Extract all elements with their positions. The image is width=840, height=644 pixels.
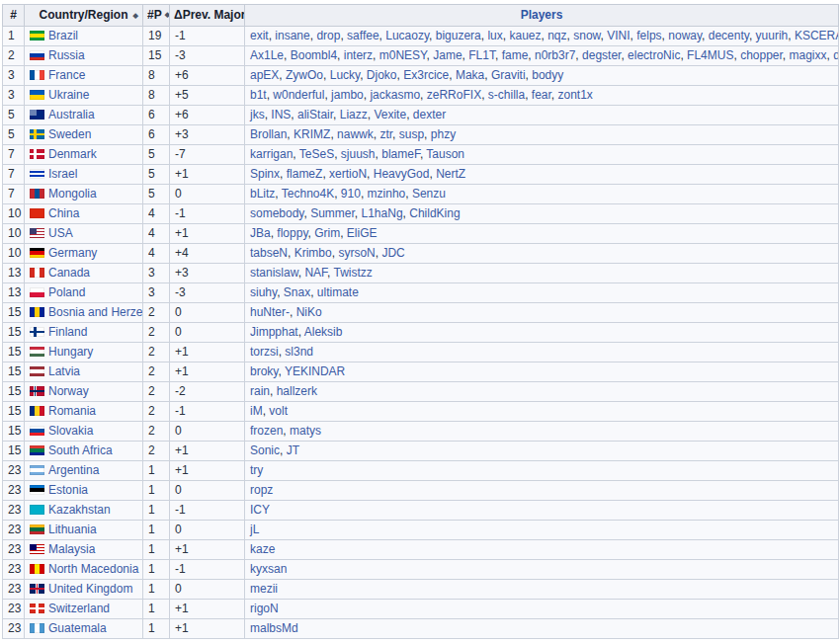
col-header-player-count[interactable]: #P◆ — [143, 5, 170, 27]
country-link[interactable]: Australia — [48, 108, 95, 121]
player-link[interactable]: Ax1Le — [250, 48, 284, 62]
country-link[interactable]: Malaysia — [48, 542, 95, 556]
player-link[interactable]: kyxsan — [250, 562, 287, 576]
player-link[interactable]: KRIMZ — [294, 127, 330, 141]
player-link[interactable]: JDC — [381, 246, 404, 260]
player-link[interactable]: nqz — [547, 29, 566, 42]
country-link[interactable]: Russia — [48, 48, 85, 62]
player-link[interactable]: INS — [271, 108, 291, 121]
player-link[interactable]: Aleksib — [304, 325, 343, 339]
player-link[interactable]: nawwk — [337, 127, 374, 141]
player-link[interactable]: Vexite — [374, 108, 406, 121]
player-link[interactable]: aliStair — [297, 108, 333, 121]
player-link[interactable]: Brollan — [250, 127, 287, 141]
player-link[interactable]: w0nderful — [273, 88, 324, 102]
country-link[interactable]: Latvia — [48, 364, 80, 378]
player-link[interactable]: try — [250, 463, 263, 477]
country-link[interactable]: Ukraine — [48, 88, 89, 102]
country-link[interactable]: Canada — [48, 266, 90, 280]
player-link[interactable]: s-chilla — [488, 88, 525, 102]
col-header-country[interactable]: Country/Region◆ — [25, 5, 143, 27]
player-link[interactable]: sl3nd — [285, 345, 313, 359]
player-link[interactable]: zont1x — [558, 88, 593, 102]
player-link[interactable]: ZywOo — [286, 68, 323, 82]
player-link[interactable]: NiKo — [296, 305, 322, 319]
country-link[interactable]: Lithuania — [48, 523, 97, 536]
player-link[interactable]: xertioN — [329, 167, 367, 181]
player-link[interactable]: magixx — [790, 48, 827, 62]
country-link[interactable]: South Africa — [48, 443, 113, 457]
player-link[interactable]: drop — [316, 29, 340, 42]
player-link[interactable]: mzinho — [368, 187, 406, 201]
player-link[interactable]: susp — [399, 127, 424, 141]
player-link[interactable]: rigoN — [250, 602, 279, 615]
player-link[interactable]: jackasmo — [370, 88, 420, 102]
player-link[interactable]: torzsi — [250, 345, 279, 359]
player-link[interactable]: matys — [290, 424, 321, 438]
player-link[interactable]: exit — [250, 29, 269, 42]
player-link[interactable]: Krimbo — [294, 246, 332, 260]
player-link[interactable]: interz — [344, 48, 373, 62]
country-link[interactable]: USA — [48, 226, 73, 240]
player-link[interactable]: decenty — [709, 29, 749, 42]
player-link[interactable]: ultimate — [317, 285, 359, 299]
country-link[interactable]: France — [48, 68, 85, 82]
player-link[interactable]: iM — [250, 404, 263, 418]
country-link[interactable]: Sweden — [48, 127, 91, 141]
player-link[interactable]: broky — [250, 364, 278, 378]
player-link[interactable]: ChildKing — [409, 206, 460, 220]
player-link[interactable]: ICY — [250, 503, 270, 517]
player-link[interactable]: chopper — [740, 48, 783, 62]
player-link[interactable]: sjuush — [341, 147, 376, 161]
player-link[interactable]: kauez — [509, 29, 541, 42]
player-link[interactable]: snow — [573, 29, 600, 42]
player-link[interactable]: malbsMd — [250, 621, 298, 635]
player-link[interactable]: donk — [833, 48, 838, 62]
player-link[interactable]: Twistzz — [334, 266, 373, 280]
player-link[interactable]: apEX — [250, 68, 279, 82]
player-link[interactable]: 910 — [341, 187, 361, 201]
player-link[interactable]: somebody — [250, 206, 303, 220]
player-link[interactable]: jambo — [331, 88, 364, 102]
player-link[interactable]: ropz — [250, 483, 273, 497]
player-link[interactable]: yuurih — [756, 29, 789, 42]
country-link[interactable]: Poland — [48, 285, 85, 299]
country-link[interactable]: Brazil — [48, 29, 78, 42]
country-link[interactable]: Estonia — [48, 483, 88, 497]
player-link[interactable]: FL4MUS — [687, 48, 733, 62]
player-link[interactable]: floppy — [277, 226, 307, 240]
player-link[interactable]: lux — [487, 29, 502, 42]
country-link[interactable]: Hungary — [48, 345, 93, 359]
player-link[interactable]: noway — [668, 29, 702, 42]
player-link[interactable]: Lucaozy — [385, 29, 429, 42]
player-link[interactable]: insane — [275, 29, 309, 42]
player-link[interactable]: Boombl4 — [291, 48, 337, 62]
player-link[interactable]: blameF — [381, 147, 420, 161]
player-link[interactable]: jks — [250, 108, 265, 121]
country-link[interactable]: Bosnia and Herzegovina — [48, 305, 143, 319]
country-link[interactable]: North Macedonia — [48, 562, 138, 576]
player-link[interactable]: frozen — [250, 424, 283, 438]
player-link[interactable]: b1t — [250, 88, 267, 102]
player-link[interactable]: syrsoN — [338, 246, 375, 260]
player-link[interactable]: Jame — [433, 48, 462, 62]
player-link[interactable]: Maka — [456, 68, 484, 82]
player-link[interactable]: jL — [250, 523, 259, 536]
player-link[interactable]: Jimpphat — [250, 325, 298, 339]
player-link[interactable]: electroNic — [628, 48, 680, 62]
player-link[interactable]: Tauson — [426, 147, 464, 161]
player-link[interactable]: Liazz — [340, 108, 368, 121]
player-link[interactable]: L1haNg — [362, 206, 403, 220]
player-link[interactable]: ztr — [379, 127, 392, 141]
player-link[interactable]: Snax — [284, 285, 310, 299]
country-link[interactable]: Norway — [48, 384, 89, 398]
player-link[interactable]: JBa — [250, 226, 271, 240]
player-link[interactable]: TeSeS — [299, 147, 334, 161]
country-link[interactable]: Slovakia — [48, 424, 93, 438]
player-link[interactable]: Graviti — [491, 68, 526, 82]
country-link[interactable]: Kazakhstan — [48, 503, 111, 517]
country-link[interactable]: Finland — [48, 325, 87, 339]
player-link[interactable]: n0rb3r7 — [535, 48, 575, 62]
player-link[interactable]: flameZ — [287, 167, 323, 181]
player-link[interactable]: YEKINDAR — [285, 364, 345, 378]
